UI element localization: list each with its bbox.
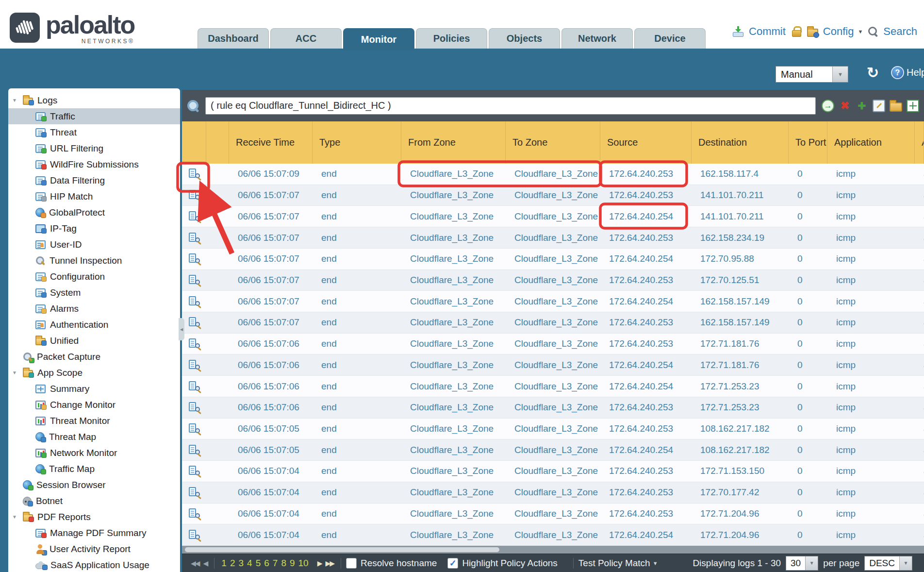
sidebar-item-botnet[interactable]: Botnet [8,493,180,509]
expander-icon[interactable]: ▼ [12,370,23,375]
commit-button[interactable]: Commit [749,25,786,38]
per-page-caret-icon[interactable]: ▼ [805,556,818,570]
tab-dashboard[interactable]: Dashboard [198,28,269,49]
sidebar-item-session-browser[interactable]: Session Browser [8,477,180,493]
sidebar-item-authentication[interactable]: Authentication [8,317,180,333]
refresh-mode-select[interactable]: Manual ▼ [776,66,848,83]
test-policy-match-button[interactable]: Test Policy Match ▼ [578,558,658,569]
sidebar-item-summary[interactable]: Summary [8,381,180,397]
help-icon[interactable]: ? [891,66,904,79]
sort-order-select[interactable]: DESC ▼ [864,556,912,571]
sidebar-item-data-filtering[interactable]: Data Filtering [8,172,180,188]
page-number-7[interactable]: 7 [273,558,278,569]
log-detail-icon[interactable] [188,211,200,222]
log-detail-icon[interactable] [188,381,200,392]
pager-first-button[interactable]: ◀◀ [189,559,201,567]
page-number-4[interactable]: 4 [247,558,252,569]
sidebar-item-threat-map[interactable]: Threat Map [8,429,180,445]
pager-last-button[interactable]: ▶▶ [323,559,336,567]
sidebar-item-alarms[interactable]: Alarms [8,301,180,317]
tab-network[interactable]: Network [561,28,633,49]
filter-export-icon[interactable] [907,100,919,112]
log-detail-icon[interactable] [188,168,200,180]
page-number-1[interactable]: 1 [221,558,227,569]
column-header-to-port[interactable]: To Port [789,121,827,164]
per-page-select[interactable]: 30 ▼ [786,556,818,571]
resolve-hostname-checkbox[interactable]: ✓ [346,558,357,569]
sidebar-item-system[interactable]: System [8,285,180,301]
sidebar-item-packet-capture[interactable]: Packet Capture [8,349,180,365]
config-button[interactable]: Config [823,25,854,38]
filter-clear-icon[interactable] [839,100,851,112]
highlight-policy-actions-checkbox[interactable]: ✓ [447,558,458,569]
sidebar-item-network-monitor[interactable]: Network Monitor [8,445,180,461]
sidebar-item-wildfire-submissions[interactable]: WildFire Submissions [8,156,180,172]
column-header-receive-time[interactable]: Receive Time [229,121,313,164]
sidebar-item-unified[interactable]: Unified [8,333,180,349]
filter-apply-icon[interactable] [822,100,834,112]
page-number-6[interactable]: 6 [264,558,269,569]
horizontal-scrollbar-thumb[interactable] [185,547,499,552]
lock-icon[interactable] [792,26,801,37]
column-header-from-zone[interactable]: From Zone [401,121,506,164]
column-header-application[interactable]: Application [827,121,915,164]
page-number-9[interactable]: 9 [290,558,295,569]
log-detail-icon[interactable] [188,444,200,456]
log-detail-icon[interactable] [188,508,200,520]
config-caret-icon[interactable]: ▼ [858,29,863,34]
pager-next-button[interactable]: ▶ [315,559,324,567]
sidebar-item-threat-monitor[interactable]: Threat Monitor [8,413,180,429]
page-number-2[interactable]: 2 [230,558,235,569]
sidebar-item-logs[interactable]: ▼Logs [8,92,180,108]
filter-query-input[interactable] [205,97,816,115]
sidebar-item-pdf-reports[interactable]: ▼PDF Reports [8,509,180,525]
page-number-3[interactable]: 3 [238,558,244,569]
column-header-type[interactable]: Type [313,121,401,164]
filter-add-icon[interactable] [856,100,868,112]
page-number-5[interactable]: 5 [256,558,261,569]
column-header-a[interactable]: A [915,121,924,164]
sidebar-item-change-monitor[interactable]: Change Monitor [8,397,180,413]
horizontal-scrollbar[interactable] [182,546,924,554]
log-detail-icon[interactable] [188,402,200,413]
log-detail-icon[interactable] [188,359,200,371]
sidebar-item-user-id[interactable]: User-ID [8,236,180,252]
sidebar-item-app-scope[interactable]: ▼App Scope [8,365,180,381]
tab-policies[interactable]: Policies [416,28,487,49]
pager-prev-button[interactable]: ◀ [201,559,210,567]
refresh-icon[interactable]: ↻ [867,64,879,81]
log-detail-icon[interactable] [188,317,200,328]
sidebar-item-tunnel-inspection[interactable]: Tunnel Inspection [8,252,180,269]
page-number-8[interactable]: 8 [281,558,286,569]
expander-icon[interactable]: ▼ [12,514,23,520]
global-search-button[interactable]: Search [883,25,917,38]
log-detail-icon[interactable] [188,338,200,350]
column-header-destination[interactable]: Destination [692,121,789,164]
column-header-source[interactable]: Source [600,121,692,164]
log-detail-icon[interactable] [188,274,200,286]
log-detail-icon[interactable] [188,465,200,477]
tab-monitor[interactable]: Monitor [343,28,414,50]
tab-objects[interactable]: Objects [489,28,560,49]
expander-icon[interactable]: ▼ [12,98,23,103]
log-detail-icon[interactable] [188,232,200,244]
sidebar-item-globalprotect[interactable]: GlobalProtect [8,204,180,220]
log-detail-icon[interactable] [188,189,200,201]
sidebar-collapse-handle[interactable]: ◀ [179,318,184,340]
sidebar-item-user-activity-report[interactable]: User Activity Report [8,541,180,557]
log-detail-icon[interactable] [188,529,200,541]
tab-acc[interactable]: ACC [270,28,342,49]
sort-order-caret-icon[interactable]: ▼ [899,556,912,570]
log-detail-icon[interactable] [188,423,200,435]
sidebar-item-hip-match[interactable]: HIP Match [8,188,180,204]
page-number-10[interactable]: 10 [298,558,309,569]
sidebar-item-url-filtering[interactable]: URL Filtering [8,140,180,156]
log-detail-icon[interactable] [188,296,200,307]
column-header-to-zone[interactable]: To Zone [506,121,600,164]
sidebar-item-ip-tag[interactable]: IP-Tag [8,220,180,236]
sidebar-item-traffic[interactable]: Traffic [8,108,180,124]
log-detail-icon[interactable] [188,253,200,265]
filter-open-icon[interactable] [890,102,902,112]
log-detail-icon[interactable] [188,487,200,498]
help-label[interactable]: Help [907,67,924,78]
